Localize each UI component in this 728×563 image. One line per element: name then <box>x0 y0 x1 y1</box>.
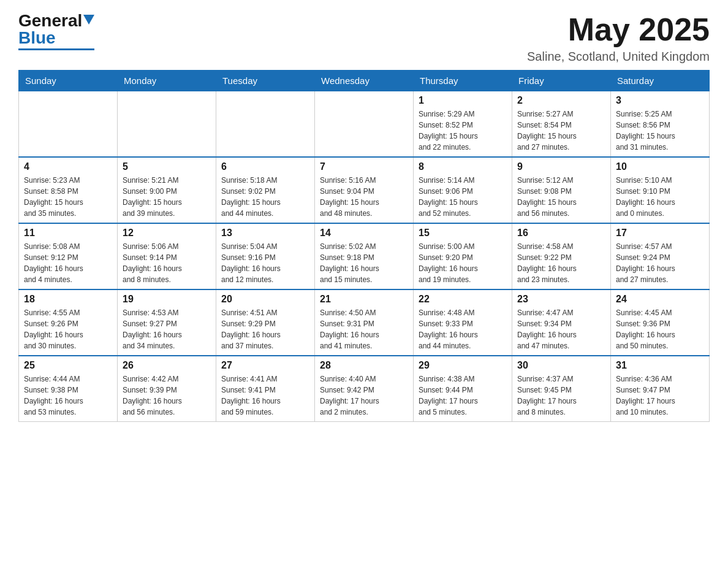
calendar-cell <box>19 91 118 158</box>
calendar-cell: 3Sunrise: 5:25 AM Sunset: 8:56 PM Daylig… <box>611 91 710 158</box>
logo-triangle-icon <box>83 15 94 25</box>
day-number: 17 <box>616 228 704 239</box>
logo: General Blue <box>18 12 94 50</box>
day-number: 21 <box>320 294 408 305</box>
calendar-cell: 1Sunrise: 5:29 AM Sunset: 8:52 PM Daylig… <box>414 91 512 158</box>
day-number: 11 <box>24 228 112 239</box>
calendar-cell: 23Sunrise: 4:47 AM Sunset: 9:34 PM Dayli… <box>512 289 611 356</box>
day-info: Sunrise: 4:45 AM Sunset: 9:36 PM Dayligh… <box>616 307 704 351</box>
day-info: Sunrise: 5:14 AM Sunset: 9:06 PM Dayligh… <box>419 175 507 219</box>
logo-underline <box>18 48 94 50</box>
day-number: 7 <box>320 161 408 172</box>
day-number: 2 <box>517 95 605 106</box>
column-header-friday: Friday <box>512 71 611 91</box>
calendar-week-row: 11Sunrise: 5:08 AM Sunset: 9:12 PM Dayli… <box>19 223 710 289</box>
day-number: 27 <box>221 360 309 371</box>
calendar-cell: 18Sunrise: 4:55 AM Sunset: 9:26 PM Dayli… <box>19 289 118 356</box>
column-header-tuesday: Tuesday <box>216 71 315 91</box>
title-section: May 2025 Saline, Scotland, United Kingdo… <box>527 12 710 64</box>
day-info: Sunrise: 4:53 AM Sunset: 9:27 PM Dayligh… <box>123 307 211 351</box>
column-header-thursday: Thursday <box>414 71 512 91</box>
day-info: Sunrise: 5:29 AM Sunset: 8:52 PM Dayligh… <box>419 109 507 153</box>
day-info: Sunrise: 4:38 AM Sunset: 9:44 PM Dayligh… <box>419 373 507 418</box>
day-info: Sunrise: 5:25 AM Sunset: 8:56 PM Dayligh… <box>616 109 704 153</box>
day-number: 1 <box>419 95 507 106</box>
day-number: 12 <box>123 228 211 239</box>
day-info: Sunrise: 5:02 AM Sunset: 9:18 PM Dayligh… <box>320 241 408 285</box>
day-number: 8 <box>419 161 507 172</box>
day-info: Sunrise: 4:37 AM Sunset: 9:45 PM Dayligh… <box>517 373 605 418</box>
day-number: 25 <box>24 360 112 371</box>
day-info: Sunrise: 5:12 AM Sunset: 9:08 PM Dayligh… <box>517 175 605 219</box>
day-number: 9 <box>517 161 605 172</box>
day-info: Sunrise: 4:50 AM Sunset: 9:31 PM Dayligh… <box>320 307 408 351</box>
day-info: Sunrise: 4:55 AM Sunset: 9:26 PM Dayligh… <box>24 307 112 351</box>
calendar-cell: 10Sunrise: 5:10 AM Sunset: 9:10 PM Dayli… <box>611 157 710 223</box>
calendar-cell: 25Sunrise: 4:44 AM Sunset: 9:38 PM Dayli… <box>19 356 118 422</box>
calendar-week-row: 1Sunrise: 5:29 AM Sunset: 8:52 PM Daylig… <box>19 91 710 158</box>
day-number: 10 <box>616 161 704 172</box>
calendar-cell: 20Sunrise: 4:51 AM Sunset: 9:29 PM Dayli… <box>216 289 315 356</box>
calendar-cell: 14Sunrise: 5:02 AM Sunset: 9:18 PM Dayli… <box>315 223 414 289</box>
day-info: Sunrise: 5:08 AM Sunset: 9:12 PM Dayligh… <box>24 241 112 285</box>
calendar-cell <box>118 91 216 158</box>
day-number: 19 <box>123 294 211 305</box>
calendar-cell: 8Sunrise: 5:14 AM Sunset: 9:06 PM Daylig… <box>414 157 512 223</box>
calendar-cell: 13Sunrise: 5:04 AM Sunset: 9:16 PM Dayli… <box>216 223 315 289</box>
calendar-cell <box>315 91 414 158</box>
calendar-cell <box>216 91 315 158</box>
calendar-week-row: 4Sunrise: 5:23 AM Sunset: 8:58 PM Daylig… <box>19 157 710 223</box>
calendar-cell: 4Sunrise: 5:23 AM Sunset: 8:58 PM Daylig… <box>19 157 118 223</box>
column-header-sunday: Sunday <box>19 71 118 91</box>
day-number: 14 <box>320 228 408 239</box>
calendar-cell: 15Sunrise: 5:00 AM Sunset: 9:20 PM Dayli… <box>414 223 512 289</box>
calendar-week-row: 25Sunrise: 4:44 AM Sunset: 9:38 PM Dayli… <box>19 356 710 422</box>
day-info: Sunrise: 5:04 AM Sunset: 9:16 PM Dayligh… <box>221 241 309 285</box>
day-number: 20 <box>221 294 309 305</box>
day-info: Sunrise: 5:21 AM Sunset: 9:00 PM Dayligh… <box>123 175 211 219</box>
calendar-cell: 7Sunrise: 5:16 AM Sunset: 9:04 PM Daylig… <box>315 157 414 223</box>
day-info: Sunrise: 4:36 AM Sunset: 9:47 PM Dayligh… <box>616 373 704 418</box>
day-number: 18 <box>24 294 112 305</box>
day-info: Sunrise: 5:06 AM Sunset: 9:14 PM Dayligh… <box>123 241 211 285</box>
calendar-cell: 28Sunrise: 4:40 AM Sunset: 9:42 PM Dayli… <box>315 356 414 422</box>
column-header-monday: Monday <box>118 71 216 91</box>
day-number: 23 <box>517 294 605 305</box>
calendar-header-row: SundayMondayTuesdayWednesdayThursdayFrid… <box>19 71 710 91</box>
day-number: 22 <box>419 294 507 305</box>
day-info: Sunrise: 5:00 AM Sunset: 9:20 PM Dayligh… <box>419 241 507 285</box>
calendar-cell: 12Sunrise: 5:06 AM Sunset: 9:14 PM Dayli… <box>118 223 216 289</box>
calendar-cell: 17Sunrise: 4:57 AM Sunset: 9:24 PM Dayli… <box>611 223 710 289</box>
calendar-table: SundayMondayTuesdayWednesdayThursdayFrid… <box>18 70 710 422</box>
calendar-week-row: 18Sunrise: 4:55 AM Sunset: 9:26 PM Dayli… <box>19 289 710 356</box>
calendar-cell: 5Sunrise: 5:21 AM Sunset: 9:00 PM Daylig… <box>118 157 216 223</box>
day-number: 4 <box>24 161 112 172</box>
calendar-cell: 6Sunrise: 5:18 AM Sunset: 9:02 PM Daylig… <box>216 157 315 223</box>
day-number: 5 <box>123 161 211 172</box>
day-number: 29 <box>419 360 507 371</box>
calendar-cell: 19Sunrise: 4:53 AM Sunset: 9:27 PM Dayli… <box>118 289 216 356</box>
column-header-wednesday: Wednesday <box>315 71 414 91</box>
calendar-cell: 22Sunrise: 4:48 AM Sunset: 9:33 PM Dayli… <box>414 289 512 356</box>
day-number: 31 <box>616 360 704 371</box>
day-info: Sunrise: 5:23 AM Sunset: 8:58 PM Dayligh… <box>24 175 112 219</box>
day-number: 16 <box>517 228 605 239</box>
day-number: 28 <box>320 360 408 371</box>
day-info: Sunrise: 5:18 AM Sunset: 9:02 PM Dayligh… <box>221 175 309 219</box>
svg-marker-0 <box>83 15 94 25</box>
calendar-cell: 9Sunrise: 5:12 AM Sunset: 9:08 PM Daylig… <box>512 157 611 223</box>
calendar-cell: 30Sunrise: 4:37 AM Sunset: 9:45 PM Dayli… <box>512 356 611 422</box>
day-info: Sunrise: 4:48 AM Sunset: 9:33 PM Dayligh… <box>419 307 507 351</box>
calendar-cell: 11Sunrise: 5:08 AM Sunset: 9:12 PM Dayli… <box>19 223 118 289</box>
day-number: 24 <box>616 294 704 305</box>
calendar-cell: 2Sunrise: 5:27 AM Sunset: 8:54 PM Daylig… <box>512 91 611 158</box>
day-number: 13 <box>221 228 309 239</box>
logo-blue-text: Blue <box>18 29 56 47</box>
day-number: 26 <box>123 360 211 371</box>
day-info: Sunrise: 4:42 AM Sunset: 9:39 PM Dayligh… <box>123 373 211 418</box>
month-title: May 2025 <box>527 12 710 47</box>
calendar-cell: 26Sunrise: 4:42 AM Sunset: 9:39 PM Dayli… <box>118 356 216 422</box>
day-info: Sunrise: 4:47 AM Sunset: 9:34 PM Dayligh… <box>517 307 605 351</box>
calendar-cell: 29Sunrise: 4:38 AM Sunset: 9:44 PM Dayli… <box>414 356 512 422</box>
day-info: Sunrise: 4:58 AM Sunset: 9:22 PM Dayligh… <box>517 241 605 285</box>
